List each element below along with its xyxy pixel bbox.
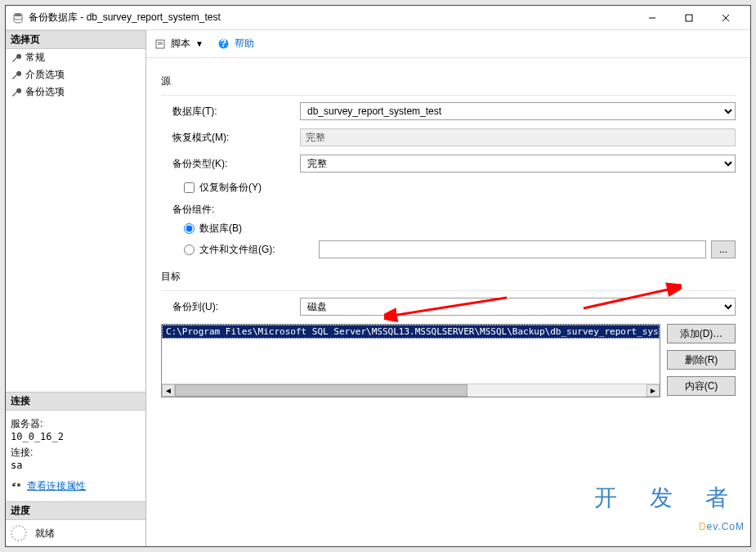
connection-info: 服务器: 10_0_16_2 连接: sa 查看连接属性 [6, 411, 145, 501]
remove-button[interactable]: 删除(R) [667, 350, 736, 370]
backup-to-select[interactable]: 磁盘 [300, 298, 736, 316]
progress-block: 就绪 [6, 520, 145, 546]
sidebar-item-general[interactable]: 常规 [6, 49, 145, 66]
component-files-label: 文件和文件组(G): [199, 243, 314, 257]
database-select[interactable]: db_survey_report_system_test [300, 102, 736, 120]
scroll-right-icon[interactable]: ► [646, 384, 660, 397]
help-icon: ? [218, 38, 230, 50]
scroll-track[interactable] [175, 384, 646, 397]
sidebar-item-label: 常规 [25, 51, 45, 65]
wrench-icon [11, 70, 22, 81]
script-button[interactable]: 脚本 [171, 37, 190, 51]
connection-properties-icon [11, 480, 22, 492]
recovery-model-field [300, 128, 736, 146]
view-connection-link[interactable]: 查看连接属性 [27, 479, 86, 493]
destination-group-label: 目标 [161, 270, 736, 284]
svg-rect-2 [686, 15, 692, 21]
sidebar-item-media-options[interactable]: 介质选项 [6, 66, 145, 83]
destination-list[interactable]: C:\Program Files\Microsoft SQL Server\MS… [161, 324, 660, 397]
sidebar-item-label: 备份选项 [25, 85, 65, 99]
backup-type-label: 备份类型(K): [161, 157, 300, 171]
svg-point-0 [14, 13, 22, 16]
titlebar[interactable]: 备份数据库 - db_survey_report_system_test [6, 6, 750, 30]
destination-path-item[interactable]: C:\Program Files\Microsoft SQL Server\MS… [162, 325, 660, 339]
backup-type-select[interactable]: 完整 [300, 155, 736, 173]
sidebar-item-backup-options[interactable]: 备份选项 [6, 83, 145, 101]
dialog-window: 备份数据库 - db_survey_report_system_test 选择页… [5, 5, 751, 547]
progress-status: 就绪 [35, 527, 55, 541]
script-dropdown-icon[interactable]: ▼ [195, 39, 204, 48]
window-title: 备份数据库 - db_survey_report_system_test [29, 11, 633, 25]
conn-label: 连接: [11, 446, 141, 460]
sidebar: 选择页 常规 介质选项 备份选项 连接 服务器: 10_0_16_2 连接: s… [6, 30, 146, 546]
filegroups-field [319, 240, 706, 258]
script-icon [154, 38, 166, 50]
wrench-icon [11, 52, 22, 64]
main-panel: 脚本 ▼ ? 帮助 源 数据库(T): db_survey_report_sys… [146, 30, 750, 546]
database-icon [12, 12, 24, 24]
filegroups-browse-button[interactable]: ... [711, 240, 736, 258]
copy-only-checkbox[interactable] [184, 182, 195, 193]
backup-to-label: 备份到(U): [161, 300, 300, 314]
source-group-label: 源 [161, 74, 736, 88]
component-database-radio[interactable] [184, 223, 195, 234]
svg-text:?: ? [221, 38, 226, 49]
add-button[interactable]: 添加(D)… [667, 324, 736, 343]
backup-component-label: 备份组件: [161, 203, 736, 217]
wrench-icon [11, 87, 22, 98]
scroll-thumb[interactable] [175, 384, 467, 397]
contents-button[interactable]: 内容(C) [667, 376, 736, 396]
database-label: 数据库(T): [161, 105, 300, 119]
copy-only-label: 仅复制备份(Y) [199, 181, 262, 195]
component-files-radio[interactable] [184, 245, 195, 255]
maximize-button[interactable] [670, 6, 707, 29]
server-label: 服务器: [11, 417, 141, 431]
help-button[interactable]: 帮助 [235, 37, 254, 51]
divider [161, 95, 736, 96]
select-page-header: 选择页 [6, 30, 145, 49]
conn-value: sa [11, 460, 141, 471]
component-database-label: 数据库(B) [199, 222, 242, 236]
dialog-body: 选择页 常规 介质选项 备份选项 连接 服务器: 10_0_16_2 连接: s… [6, 30, 750, 546]
divider [161, 290, 736, 291]
toolbar: 脚本 ▼ ? 帮助 [146, 30, 750, 58]
connection-header: 连接 [6, 392, 145, 411]
close-button[interactable] [707, 6, 744, 29]
scroll-left-icon[interactable]: ◄ [162, 384, 175, 397]
spinner-icon [11, 525, 27, 541]
recovery-model-label: 恢复模式(M): [161, 131, 300, 145]
server-value: 10_0_16_2 [11, 431, 141, 442]
horizontal-scrollbar[interactable]: ◄ ► [162, 384, 660, 397]
sidebar-item-label: 介质选项 [25, 68, 65, 82]
progress-header: 进度 [6, 501, 145, 520]
minimize-button[interactable] [633, 6, 670, 29]
form-content: 源 数据库(T): db_survey_report_system_test 恢… [146, 58, 750, 546]
